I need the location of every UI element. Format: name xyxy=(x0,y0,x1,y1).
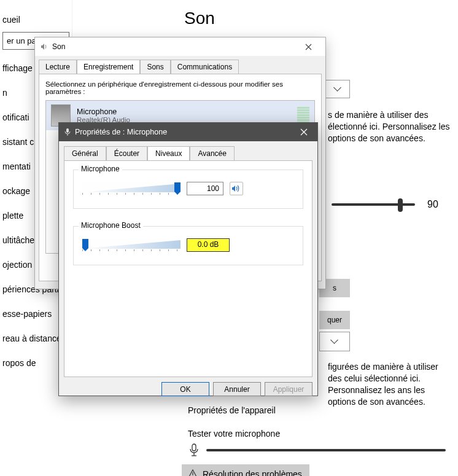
mic-properties-titlebar[interactable]: Propriétés de : Microphone xyxy=(59,123,317,141)
tab-communications[interactable]: Communications xyxy=(171,60,239,74)
microphone-level-label: Microphone xyxy=(79,165,122,173)
warning-icon xyxy=(188,469,198,476)
main-volume-value: 90 xyxy=(427,199,438,210)
tab-general[interactable]: Général xyxy=(64,146,106,160)
microphone-level-group: Microphone xyxy=(73,170,303,209)
speaker-icon xyxy=(231,184,241,193)
sound-dialog-title: Son xyxy=(52,42,65,51)
mic-level-bar xyxy=(206,449,446,451)
sound-dialog-tabs: Lecture Enregistrement Sons Communicatio… xyxy=(35,56,325,74)
mic-properties-tabs: Général Écouter Niveaux Avancée xyxy=(59,141,317,160)
microphone-level-slider[interactable] xyxy=(82,182,180,195)
close-button[interactable] xyxy=(296,38,320,55)
mute-toggle[interactable] xyxy=(230,182,243,195)
chevron-down-icon xyxy=(335,86,341,92)
output-device-dropdown[interactable] xyxy=(325,80,350,98)
cancel-button[interactable]: Annuler xyxy=(213,382,261,396)
test-mic-label: Tester votre microphone xyxy=(188,429,280,439)
troubleshoot-label: Résolution des problèmes xyxy=(203,469,302,476)
main-volume-slider[interactable] xyxy=(332,203,415,206)
ok-button[interactable]: OK xyxy=(161,382,209,396)
speaker-icon xyxy=(40,42,49,51)
close-icon xyxy=(300,128,308,136)
tab-advanced[interactable]: Avancée xyxy=(190,146,234,160)
chevron-down-icon xyxy=(332,338,338,345)
recording-hint: Sélectionnez un périphérique d'enregistr… xyxy=(45,80,315,95)
microphone-boost-label: Microphone Boost xyxy=(79,221,143,230)
svg-rect-0 xyxy=(192,444,196,451)
output-description: s de manière à utiliser des électionné i… xyxy=(328,109,451,144)
microphone-boost-group: Microphone Boost 0.0 dB xyxy=(73,226,303,265)
device-properties-link[interactable]: Propriétés de l'appareil xyxy=(188,405,276,415)
close-icon xyxy=(305,44,312,50)
mic-properties-dialog: Propriétés de : Microphone Général Écout… xyxy=(58,122,318,396)
microphone-boost-value: 0.0 dB xyxy=(187,238,230,252)
sidebar-item[interactable]: cueil xyxy=(0,7,72,32)
microphone-icon xyxy=(64,128,71,136)
tab-listen[interactable]: Écouter xyxy=(106,146,147,160)
input-device-dropdown[interactable] xyxy=(319,332,350,351)
apply-button[interactable]: Appliquer xyxy=(265,382,312,396)
sound-dialog-titlebar[interactable]: Son xyxy=(35,37,325,56)
tab-sounds[interactable]: Sons xyxy=(140,60,170,74)
tab-recording[interactable]: Enregistrement xyxy=(77,60,140,74)
partial-button[interactable]: quer xyxy=(319,311,350,329)
microphone-level-value[interactable] xyxy=(187,182,223,195)
microphone-boost-slider[interactable] xyxy=(82,239,180,251)
tab-levels[interactable]: Niveaux xyxy=(147,146,190,160)
mic-properties-title: Propriétés de : Microphone xyxy=(75,128,167,136)
microphone-icon xyxy=(188,443,200,457)
close-button[interactable] xyxy=(290,123,317,141)
svg-rect-5 xyxy=(66,128,69,133)
page-title: Son xyxy=(184,9,215,28)
troubleshoot-button[interactable]: Résolution des problèmes xyxy=(182,464,309,476)
tab-playback[interactable]: Lecture xyxy=(39,60,77,74)
input-description: figurées de manière à utiliser des celui… xyxy=(328,361,451,408)
device-name: Microphone xyxy=(77,107,130,116)
